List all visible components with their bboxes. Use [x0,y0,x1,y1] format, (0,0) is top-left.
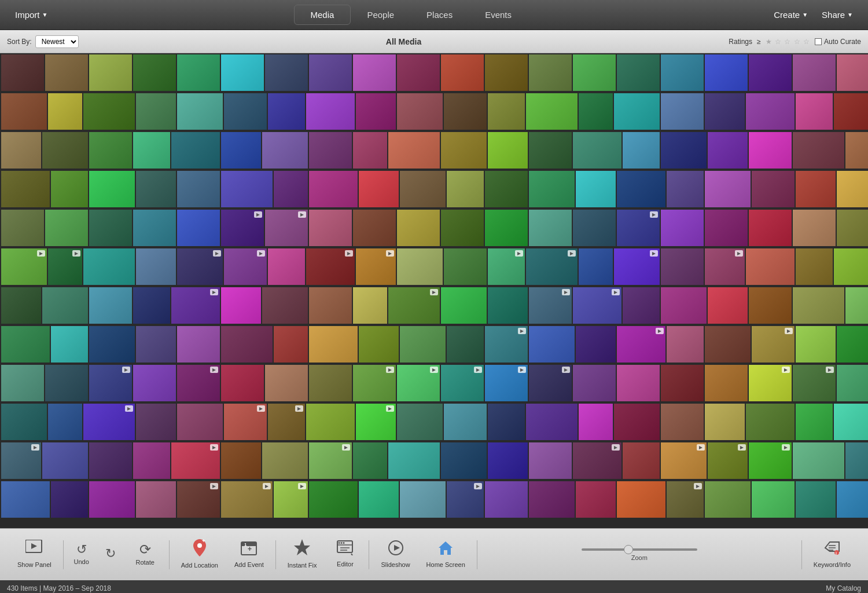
photo-cell[interactable] [48,93,82,130]
keyword-info-button[interactable]: i Keyword/Info [806,535,859,573]
photo-cell[interactable] [309,481,358,518]
photo-cell[interactable] [306,248,355,285]
photo-cell[interactable] [221,442,261,479]
photo-cell[interactable] [177,365,220,401]
add-location-button[interactable]: + Add Location [173,535,226,574]
photo-cell[interactable] [441,287,487,324]
photo-cell[interactable] [309,326,358,363]
photo-cell[interactable] [177,210,220,246]
instant-fix-button[interactable]: Instant Fix [279,535,325,574]
photo-cell[interactable] [746,248,795,285]
photo-cell[interactable] [133,442,170,479]
photo-cell[interactable] [705,210,748,246]
photo-cell[interactable] [837,171,868,207]
photo-cell[interactable] [667,326,704,363]
photo-cell[interactable] [661,287,707,324]
photo-cell[interactable] [749,442,792,479]
photo-cell[interactable] [400,326,446,363]
home-screen-button[interactable]: Home Screen [418,535,473,573]
photo-cell[interactable] [488,442,528,479]
photo-cell[interactable] [136,171,176,207]
photo-cell[interactable] [388,287,440,324]
photo-cell[interactable] [268,404,305,440]
tab-media[interactable]: Media [294,5,351,25]
photo-cell[interactable] [746,404,795,440]
photo-cell[interactable] [441,132,487,169]
photo-cell[interactable] [177,481,220,518]
undo-button[interactable]: ↺ Undo [67,541,96,568]
photo-cell[interactable] [356,404,396,440]
photo-cell[interactable] [89,132,132,169]
photo-cell[interactable] [444,404,487,440]
photo-cell[interactable] [1,365,44,401]
photo-cell[interactable] [837,54,868,91]
photo-cell[interactable] [353,442,387,479]
photo-cell[interactable] [749,210,792,246]
photo-cell[interactable] [579,93,613,130]
photo-cell[interactable] [845,287,868,324]
photo-cell[interactable] [265,54,308,91]
photo-cell[interactable] [661,93,704,130]
photo-cell[interactable] [793,54,836,91]
photo-cell[interactable] [89,326,135,363]
photo-cell[interactable] [705,326,751,363]
photo-cell[interactable] [309,54,352,91]
photo-cell[interactable] [1,481,50,518]
photo-cell[interactable] [397,93,443,130]
photo-cell[interactable] [573,365,616,401]
photo-cell[interactable] [529,326,575,363]
photo-cell[interactable] [488,93,525,130]
photo-cell[interactable] [488,248,525,285]
photo-cell[interactable] [661,248,704,285]
photo-cell[interactable] [623,287,660,324]
photo-cell[interactable] [136,481,176,518]
photo-cell[interactable] [136,93,176,130]
photo-cell[interactable] [705,171,751,207]
photo-cell[interactable] [136,248,176,285]
photo-cell[interactable] [752,326,795,363]
photo-cell[interactable] [447,171,484,207]
share-button[interactable]: Share ▼ [816,6,859,23]
photo-cell[interactable] [51,326,88,363]
photo-cell[interactable] [447,481,484,518]
photo-cell[interactable] [177,248,223,285]
photo-cell[interactable] [177,171,220,207]
show-panel-button[interactable]: Show Panel [9,535,60,573]
photo-cell[interactable] [796,93,833,130]
photo-cell[interactable] [488,132,528,169]
photo-cell[interactable] [221,132,261,169]
photo-cell[interactable] [837,365,868,401]
photo-cell[interactable] [1,326,50,363]
photo-cell[interactable] [268,248,305,285]
photo-cell[interactable] [89,481,135,518]
photo-cell[interactable] [752,481,795,518]
photo-cell[interactable] [441,210,484,246]
photo-cell[interactable] [444,93,487,130]
photo-cell[interactable] [136,326,176,363]
photo-cell[interactable] [177,326,220,363]
photo-cell[interactable] [576,481,616,518]
photo-cell[interactable] [353,210,396,246]
photo-cell[interactable] [48,248,82,285]
photo-cell[interactable] [353,132,387,169]
photo-cell[interactable] [614,404,660,440]
slideshow-button[interactable]: Slideshow [373,535,418,573]
photo-cell[interactable] [397,404,443,440]
photo-cell[interactable] [667,481,704,518]
photo-cell[interactable] [388,442,440,479]
photo-cell[interactable] [89,54,132,91]
photo-cell[interactable] [661,442,707,479]
tab-places[interactable]: Places [410,5,469,24]
photo-cell[interactable] [353,54,396,91]
photo-cell[interactable] [171,442,220,479]
photo-cell[interactable] [133,365,176,401]
redo-button[interactable]: ↻ [96,541,125,568]
photo-cell[interactable] [265,210,308,246]
photo-cell[interactable] [793,442,844,479]
photo-cell[interactable] [306,404,355,440]
photo-cell[interactable] [837,210,868,246]
photo-cell[interactable] [793,287,844,324]
auto-curate[interactable]: Auto Curate [815,38,861,46]
photo-cell[interactable] [796,481,836,518]
photo-cell[interactable] [89,210,132,246]
